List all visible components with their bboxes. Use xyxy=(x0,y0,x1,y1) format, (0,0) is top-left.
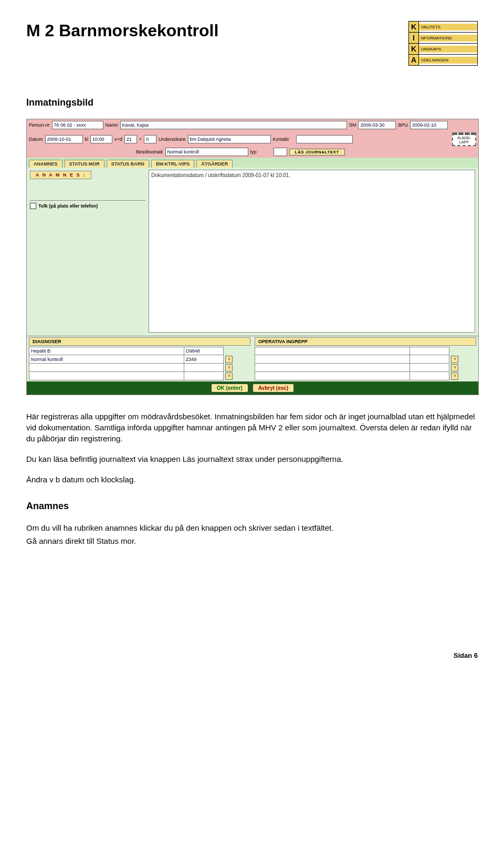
op-code[interactable] xyxy=(410,355,449,364)
content-area: A N A M N E S : Tolk (på plats eller tel… xyxy=(27,168,478,336)
paragraph: Du kan läsa befintlig journaltext via kn… xyxy=(26,453,478,464)
delete-row-button[interactable]: x xyxy=(451,373,458,380)
kika-word: UNSKAPS xyxy=(419,46,477,53)
tolk-section: Tolk (på plats eller telefon) xyxy=(30,200,145,209)
label-undersokare: Undersökare xyxy=(159,137,186,142)
tab-status-mor[interactable]: STATUS MOR xyxy=(65,160,104,168)
diagnoser-column: DIAGNOSER Hepatit BO9848 Normal kontroll… xyxy=(27,336,253,381)
kika-letter: I xyxy=(409,33,419,43)
label-datum: Datum xyxy=(29,137,43,142)
label-typ: typ xyxy=(250,149,271,154)
form-screenshot: Person-nr 76 06 02 - xxxx Namn Kavat, Ka… xyxy=(26,119,479,395)
kika-row: I NFORMATIONS xyxy=(409,33,477,44)
delete-row-button[interactable]: x xyxy=(225,364,233,371)
form-row-personal: Person-nr 76 06 02 - xxxx Namn Kavat, Ka… xyxy=(27,119,478,131)
page-title: M 2 Barnmorskekontroll xyxy=(26,21,218,40)
op-name[interactable] xyxy=(255,372,410,380)
operativa-table: x x x xyxy=(255,347,476,380)
diag-name[interactable]: Normal kontroll xyxy=(29,355,184,364)
field-namn[interactable]: Kavat, Kajsa xyxy=(120,121,347,129)
field-kl[interactable]: 10:00 xyxy=(90,135,112,143)
diag-code[interactable] xyxy=(184,364,224,372)
kika-row: A VDELNINGEN xyxy=(409,55,477,65)
delete-row-button[interactable]: x xyxy=(451,364,458,371)
label-sm: SM xyxy=(349,122,356,128)
table-row: x xyxy=(255,355,476,364)
diag-name[interactable] xyxy=(29,364,184,372)
op-code[interactable] xyxy=(410,347,449,355)
delete-row-button[interactable]: x xyxy=(451,356,458,363)
kladd-lapp-button[interactable]: KLADD-LAPP xyxy=(452,132,476,146)
form-row-visit-top: Datum 2008-10-01 kl 10:00 v+d 21 + 0 Und… xyxy=(27,131,478,148)
tolk-checkbox[interactable] xyxy=(30,203,36,209)
kika-letter: K xyxy=(409,44,419,54)
label-vd: v+d xyxy=(114,137,122,142)
ok-button[interactable]: OK (enter) xyxy=(211,384,248,392)
delete-row-button[interactable]: x xyxy=(225,373,233,380)
op-code[interactable] xyxy=(410,364,449,372)
op-code[interactable] xyxy=(410,372,449,380)
label-bpu: BPU xyxy=(398,122,408,128)
diag-code[interactable] xyxy=(184,372,224,380)
field-vdd[interactable]: 0 xyxy=(144,135,156,143)
table-row: x xyxy=(255,372,476,380)
field-datum[interactable]: 2008-10-01 xyxy=(45,135,83,143)
kika-row: K UNSKAPS xyxy=(409,44,477,55)
label-plus: + xyxy=(139,137,142,142)
label-besoksorsak: Besöksorsak xyxy=(136,149,163,154)
kika-letter: K xyxy=(409,22,419,32)
kika-word: VALITETS xyxy=(419,24,477,30)
field-undersokare[interactable]: bm Dalquist Agneta xyxy=(188,135,271,143)
paragraph: Här registreras alla uppgifter om mödrav… xyxy=(26,411,478,444)
label-personnr: Person-nr xyxy=(29,122,50,128)
paragraph: Om du vill ha rubriken anamnes klickar d… xyxy=(26,522,478,533)
section-heading-anamnes: Anamnes xyxy=(26,501,478,512)
field-personnr[interactable]: 76 06 02 - xxxx xyxy=(52,121,103,129)
op-name[interactable] xyxy=(255,364,410,372)
kika-logo-box: K VALITETS I NFORMATIONS K UNSKAPS A VDE… xyxy=(408,21,478,66)
diag-name[interactable] xyxy=(29,372,184,380)
tolk-row: Tolk (på plats eller telefon) xyxy=(30,203,145,209)
tab-bm-ktrl-vips[interactable]: BM-KTRL-VIPS xyxy=(151,160,195,168)
delete-row-button[interactable]: x xyxy=(225,356,233,363)
paragraph: Gå annars direkt till Status mor. xyxy=(26,535,478,546)
tab-anamnes[interactable]: ANAMNES xyxy=(29,160,62,168)
label-namn: Namn xyxy=(106,122,118,128)
left-panel: A N A M N E S : Tolk (på plats eller tel… xyxy=(27,168,149,336)
operativa-column: OPERATIVA INGREPP x x x xyxy=(253,336,478,381)
field-typ[interactable] xyxy=(274,148,287,156)
las-journaltext-button[interactable]: LÄS JOURNALTEXT xyxy=(289,149,345,156)
op-name[interactable] xyxy=(255,347,410,355)
tab-status-barn[interactable]: STATUS BARN xyxy=(107,160,149,168)
diagnoser-header: DIAGNOSER xyxy=(29,337,250,346)
label-kl: kl xyxy=(85,137,89,142)
diag-name[interactable]: Hepatit B xyxy=(29,347,184,355)
kika-word: NFORMATIONS xyxy=(419,35,477,42)
kika-letter: A xyxy=(409,55,419,65)
table-row xyxy=(255,347,476,355)
diagnoses-section: DIAGNOSER Hepatit BO9848 Normal kontroll… xyxy=(27,336,478,381)
field-kontakt[interactable] xyxy=(296,135,353,143)
operativa-header: OPERATIVA INGREPP xyxy=(255,337,476,346)
tab-atgarder[interactable]: ÅTGÄRDER xyxy=(196,160,233,168)
table-row: x xyxy=(29,364,250,372)
field-vdv[interactable]: 21 xyxy=(124,135,137,143)
diag-code[interactable]: O9848 xyxy=(184,347,224,355)
diag-code[interactable]: Z349 xyxy=(184,355,224,364)
form-footer-bar: OK (enter) Avbryt (esc) xyxy=(27,381,478,395)
tolk-label: Tolk (på plats eller telefon) xyxy=(38,203,98,209)
label-kontakt: Kontakt xyxy=(273,137,294,142)
cancel-button[interactable]: Avbryt (esc) xyxy=(253,384,294,392)
kika-row: K VALITETS xyxy=(409,22,477,33)
anamnes-button[interactable]: A N A M N E S : xyxy=(30,171,91,179)
field-besoksorsak[interactable]: Normal kontroll xyxy=(165,148,248,156)
section-heading-inmatningsbild: Inmatningsbild xyxy=(26,97,478,108)
page-header: M 2 Barnmorskekontroll K VALITETS I NFOR… xyxy=(26,21,478,66)
field-sm[interactable]: 2008-03-30 xyxy=(358,121,396,129)
field-bpu[interactable]: 2009-02-10 xyxy=(410,121,448,129)
op-name[interactable] xyxy=(255,355,410,364)
table-row: Normal kontrollZ349x xyxy=(29,355,250,364)
page-number: Sidan 6 xyxy=(26,652,478,659)
journal-text-area[interactable]: Dokumentationsdatum / utskriftsdatum 200… xyxy=(149,170,475,333)
paragraph: Ändra v b datum och klockslag. xyxy=(26,474,478,485)
